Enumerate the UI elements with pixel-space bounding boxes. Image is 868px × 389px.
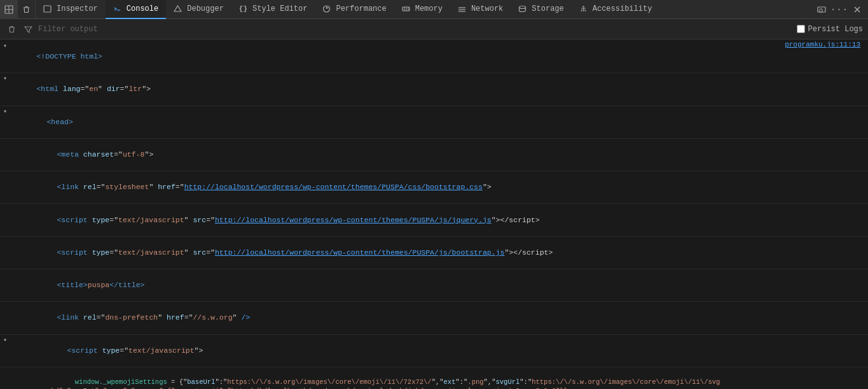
tab-accessibility[interactable]: Accessibility [572,0,660,19]
filter-input[interactable] [38,25,793,34]
svg-marker-5 [174,6,181,11]
pick-element-btn[interactable] [0,0,18,19]
file-reference[interactable]: programku.js:11:13 [785,41,860,48]
tab-storage-label: Storage [532,4,563,13]
svg-rect-17 [820,9,822,12]
log-content: <link rel="dns-prefetch" href="//s.w.org… [10,302,868,333]
log-line: <script type="text/javascript" src="http… [0,204,868,236]
log-line: <title>puspa</title> [0,269,868,302]
tab-network[interactable]: Network [450,0,511,19]
log-arrow[interactable] [0,237,10,238]
persist-logs-toggle[interactable]: Persist Logs [797,25,863,34]
log-arrow[interactable]: ▾ [0,41,10,50]
log-line: <link rel="stylesheet" href="http://loca… [0,171,868,204]
log-arrow[interactable] [0,172,10,173]
log-content: <!DOCTYPE html> [10,41,868,72]
log-content: <meta charset="utf-8"> [10,139,868,170]
tab-network-label: Network [471,4,503,13]
trash-btn[interactable] [18,0,36,19]
tab-debugger[interactable]: Debugger [166,0,231,19]
log-arrow[interactable] [0,204,10,205]
filter-trash-btn[interactable] [5,23,18,36]
more-options-btn[interactable]: ··· [831,1,848,18]
tab-memory-label: Memory [415,4,443,13]
log-content: <html lang="en" dir="ltr"> [10,74,868,104]
responsive-design-btn[interactable] [813,1,830,18]
tab-style-editor-label: Style Editor [252,4,307,13]
log-line: ▾ <html lang="en" dir="ltr"> [0,73,868,106]
log-content: <script type="text/javascript" src="http… [10,204,868,235]
log-line: ▾ <!DOCTYPE html> [0,41,868,73]
persist-logs-checkbox[interactable] [797,25,805,33]
tab-performance[interactable]: Performance [315,0,394,19]
log-content: <link rel="stylesheet" href="http://loca… [10,172,868,202]
svg-rect-3 [44,6,51,12]
tab-inspector-label: Inspector [57,4,98,13]
log-arrow[interactable] [0,302,10,303]
tab-accessibility-label: Accessibility [593,4,652,13]
console-output[interactable]: programku.js:11:13 ▾ <!DOCTYPE html> ▾ <… [0,39,868,389]
log-line: window._wpemojiSettings = {"baseUrl":"ht… [0,367,868,389]
devtools-toolbar: Inspector Console Debugger {} Style Edit… [0,0,868,19]
tab-storage[interactable]: Storage [511,0,571,19]
log-arrow[interactable]: ▾ [0,107,10,115]
log-arrow[interactable]: ▾ [0,336,10,344]
log-line: <meta charset="utf-8"> [0,139,868,171]
log-content: <script type="text/javascript" src="http… [10,237,868,268]
log-arrow[interactable] [0,270,10,271]
log-arrow[interactable] [0,368,10,369]
tab-console[interactable]: Console [106,0,166,19]
close-devtools-btn[interactable] [849,1,865,18]
tab-performance-label: Performance [336,4,386,13]
filter-bar: Persist Logs [0,19,868,39]
log-line: <script type="text/javascript" src="http… [0,237,868,269]
filter-icon[interactable] [22,23,34,36]
log-content: <script type="text/javascript"> [10,336,868,366]
svg-point-15 [582,6,584,7]
tab-memory[interactable]: Memory [394,0,450,19]
tab-console-label: Console [127,4,158,13]
log-line: ▾ <head> [0,106,868,139]
log-content: <title>puspa</title> [10,270,868,301]
tab-style-editor[interactable]: {} Style Editor [231,0,315,19]
svg-rect-16 [818,7,825,12]
tab-inspector[interactable]: Inspector [36,0,106,19]
log-line: ▾ <script type="text/javascript"> [0,335,868,367]
log-arrow[interactable] [0,139,10,140]
tab-debugger-label: Debugger [187,4,224,13]
tabs: Inspector Console Debugger {} Style Edit… [36,0,813,19]
log-arrow[interactable]: ▾ [0,74,10,82]
toolbar-right: ··· [813,1,868,18]
svg-point-14 [520,6,526,8]
log-content: <head> [10,107,868,138]
log-line: <link rel="dns-prefetch" href="//s.w.org… [0,302,868,334]
persist-logs-label: Persist Logs [808,25,863,34]
log-content: window._wpemojiSettings = {"baseUrl":"ht… [10,368,868,389]
